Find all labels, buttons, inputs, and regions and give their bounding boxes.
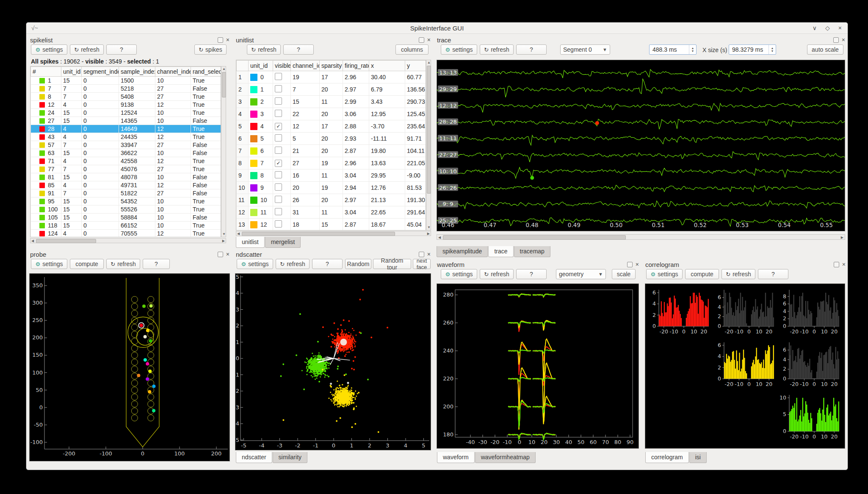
probe-contact[interactable] [131, 296, 138, 303]
column-header[interactable] [237, 61, 249, 71]
visible-checkbox[interactable] [275, 208, 282, 215]
unit-location-dot[interactable] [152, 385, 155, 388]
visible-checkbox[interactable] [275, 147, 282, 154]
probe-contact[interactable] [131, 401, 138, 407]
trace-plot[interactable]: 13: 1329: 2912: 1228: 2811: 1127: 2710: … [437, 60, 845, 231]
waveform-refresh-button[interactable]: ↻refresh [480, 269, 514, 279]
tab-isi[interactable]: isi [689, 452, 707, 463]
visible-checkbox[interactable] [275, 220, 282, 228]
unit-location-dot[interactable] [148, 369, 152, 373]
unit-location-dot[interactable] [149, 339, 152, 342]
spike-row[interactable]: 1001505552610True [31, 205, 221, 214]
close-icon[interactable]: × [838, 25, 842, 31]
scale-button[interactable]: scale [612, 269, 636, 279]
probe-contact[interactable] [131, 408, 138, 414]
column-header[interactable]: # [31, 67, 61, 77]
xsize-spinbox[interactable]: 98.3279 ms▲▼ [729, 44, 776, 55]
ndscatter-plot[interactable]: 543210-1-2-3-4-5-5-4-3-2-1012345 [235, 273, 431, 450]
unit-row[interactable]: 7621202.8719.80104.11 [237, 145, 426, 157]
tab-similarity[interactable]: similarity [273, 452, 307, 463]
spike-row[interactable]: 271501436510False [31, 117, 221, 125]
column-header[interactable]: rand_selec [191, 67, 221, 77]
spike-row[interactable]: 1051505888410False [31, 214, 221, 222]
column-header[interactable]: firing_rate [343, 61, 369, 71]
unit-row[interactable]: 10920192.9412.7681.53 [237, 182, 426, 194]
column-header[interactable]: unit_id [61, 67, 82, 77]
unit-location-dot[interactable] [137, 374, 140, 377]
title-bar[interactable]: √~ SpikeInterface GUI ∨ ◇ × [26, 22, 848, 34]
probe-contact[interactable] [131, 366, 138, 372]
column-header[interactable]: y [405, 61, 426, 71]
column-header[interactable]: sparsity [320, 61, 343, 71]
unit-location-dot[interactable] [152, 409, 155, 412]
visible-checkbox[interactable] [275, 110, 282, 117]
spike-row[interactable]: 1181506615210True [31, 222, 221, 230]
correlogram-help-button[interactable]: ? [758, 269, 788, 279]
unit-row[interactable]: 655202.93-11.1191.71 [237, 133, 426, 145]
unit-row[interactable]: 9816113.0429.95-9.00 [237, 169, 426, 182]
minimize-icon[interactable]: ∨ [813, 25, 817, 31]
waveform-settings-button[interactable]: ⚙settings [441, 269, 477, 279]
visible-checkbox[interactable]: ✓ [275, 123, 282, 130]
spike-row[interactable]: 43402443512True [31, 133, 221, 141]
unit-location-dot[interactable] [148, 390, 151, 394]
unit-location-dot[interactable] [146, 362, 149, 366]
close-icon[interactable]: × [842, 262, 846, 267]
spike-row[interactable]: 811504807810False [31, 173, 221, 181]
spike-marker[interactable] [530, 176, 534, 180]
spinner-arrows-icon[interactable]: ▲▼ [768, 45, 776, 54]
unit-location-dot[interactable] [144, 335, 147, 339]
unitlist-refresh-button[interactable]: ↻refresh [247, 44, 281, 55]
visible-checkbox[interactable] [275, 134, 282, 142]
probe-plot[interactable]: 350300250200150100500-50-100-200-1000100… [29, 273, 230, 461]
probe-refresh-button[interactable]: ↻refresh [106, 259, 140, 269]
spike-row[interactable]: 951505435210True [31, 197, 221, 205]
auto-scale-button[interactable]: auto scale [807, 44, 843, 55]
close-icon[interactable]: × [842, 38, 845, 42]
probe-compute-button[interactable]: compute [70, 259, 104, 269]
unitlist-hscrollbar[interactable]: ◀▶ [236, 231, 431, 236]
unit-row[interactable]: 54✓12172.88-3.70235.64 [237, 120, 426, 133]
close-icon[interactable]: × [427, 252, 431, 257]
float-icon[interactable] [627, 262, 633, 267]
time-spinbox[interactable]: 488.3 ms▲▼ [649, 44, 697, 55]
correlogram-refresh-button[interactable]: ↻refresh [721, 269, 755, 279]
ndscatter-help-button[interactable]: ? [312, 259, 343, 269]
probe-contact[interactable] [148, 296, 154, 303]
column-header[interactable]: channel_index [155, 67, 191, 77]
spikelist-help-button[interactable]: ? [106, 44, 137, 55]
column-header[interactable]: segment_index [82, 67, 119, 77]
tab-ndscatter[interactable]: ndscatter [236, 452, 272, 463]
float-icon[interactable] [833, 37, 839, 43]
spike-row[interactable]: 1240913812True [31, 101, 221, 109]
column-header[interactable]: channel_id [291, 61, 320, 71]
spike-row[interactable]: 124407055512True [31, 230, 221, 238]
tab-trace[interactable]: trace [488, 246, 513, 257]
probe-contact[interactable] [131, 324, 138, 330]
visible-checkbox[interactable] [275, 73, 282, 80]
float-icon[interactable] [419, 37, 424, 43]
probe-contact[interactable] [148, 352, 154, 358]
spike-row[interactable]: 91705182227False [31, 189, 221, 197]
spike-row[interactable]: 28401464912True [31, 125, 221, 133]
trace-hscrollbar[interactable]: ◀▶ [437, 234, 845, 240]
spike-row[interactable]: 631503662210False [31, 149, 221, 157]
column-header[interactable]: unit_id [249, 61, 273, 71]
probe-contact[interactable] [131, 303, 138, 310]
probe-contact[interactable] [148, 394, 154, 400]
probe-contact[interactable] [131, 415, 138, 421]
waveform-help-button[interactable]: ? [516, 269, 547, 279]
spikelist-hscrollbar[interactable]: ◀▶ [30, 238, 226, 243]
unit-row[interactable]: 1019172.9630.4060.77 [237, 71, 426, 83]
probe-contact[interactable] [148, 345, 154, 351]
probe-contact[interactable] [148, 310, 154, 316]
spinner-arrows-icon[interactable]: ▲▼ [689, 45, 696, 54]
spike-row[interactable]: 770521827False [31, 85, 221, 93]
probe-help-button[interactable]: ? [143, 259, 170, 269]
ndscatter-refresh-button[interactable]: ↻refresh [276, 259, 310, 269]
trace-settings-button[interactable]: ⚙settings [441, 44, 477, 55]
close-icon[interactable]: × [636, 262, 639, 267]
spike-row[interactable]: 870540827True [31, 93, 221, 101]
probe-contact[interactable] [148, 415, 154, 421]
visible-checkbox[interactable]: ✓ [275, 160, 282, 167]
